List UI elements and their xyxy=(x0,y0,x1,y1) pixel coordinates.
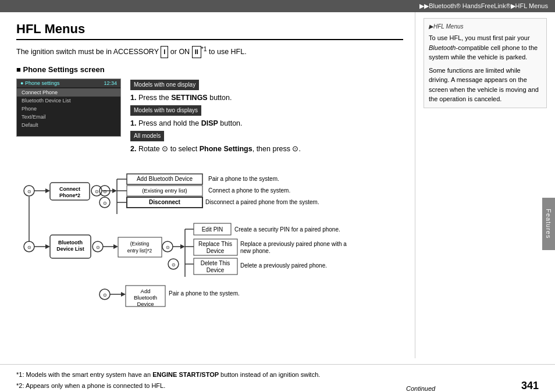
ps-time: 12:34 xyxy=(104,80,117,86)
add-bt2-desc: Pair a phone to the system. xyxy=(169,290,240,297)
step-1-one-display: 1. Press the SETTINGS button. xyxy=(130,92,403,104)
ps-menu-item-bt-list: Bluetooth Device List xyxy=(17,97,120,105)
add-bt2-label1: Add xyxy=(141,288,151,294)
existing2-label2: entry list)*2 xyxy=(127,248,152,254)
step-2-all-models: 2. Rotate ⊙ to select Phone Settings, th… xyxy=(130,143,403,155)
delete-label2: Device xyxy=(207,267,225,273)
header-breadcrumb: ▶▶Bluetooth® HandsFreeLink®▶HFL Menus xyxy=(0,0,555,12)
note-para-2: Some functions are limited while driving… xyxy=(429,66,542,104)
replace-desc2: new phone. xyxy=(240,248,271,254)
footnote-1: *1: Models with the smart entry system h… xyxy=(16,369,320,381)
main-content: HFL Menus The ignition switch must be in… xyxy=(0,12,555,358)
delete-desc: Delete a previously paired phone. xyxy=(240,262,327,269)
ps-title-bar: ● Phone settings 12:34 xyxy=(17,79,120,87)
arrowhead-bt2 xyxy=(113,244,118,249)
arrowhead-addbt2 xyxy=(121,292,126,297)
icon-label-del: ⊙ xyxy=(172,262,176,268)
page-title: HFL Menus xyxy=(16,22,403,40)
tag-all-models: All models xyxy=(130,131,164,141)
ps-menu: Connect Phone Bluetooth Device List Phon… xyxy=(17,87,120,130)
disconnect-label: Disconnect xyxy=(149,199,181,205)
existing1-label: (Existing entry list) xyxy=(142,187,187,194)
ps-menu-item-default: Default xyxy=(17,121,120,129)
phone-settings-screen: ● Phone settings 12:34 Connect Phone Blu… xyxy=(16,79,121,137)
icon-label-ex1: ⊙ xyxy=(103,189,107,194)
add-bt2-label3: Device xyxy=(137,301,154,307)
tag-two-displays: Models with two displays xyxy=(130,105,201,116)
note-box-title: ▶HFL Menus xyxy=(429,22,542,31)
diagram-area: ⊙ Connect Phone*2 ⊙ Add Bluetooth Device xyxy=(16,166,403,352)
ps-menu-item-connect: Connect Phone xyxy=(17,88,120,97)
ps-menu-item-phone: Phone xyxy=(17,105,120,113)
note-para-1: To use HFL, you must first pair your Blu… xyxy=(429,33,542,62)
page-number: 341 xyxy=(521,380,539,392)
existing2-label1: (Existing xyxy=(130,241,150,247)
icon-label-1: ⊙ xyxy=(27,189,31,194)
replace-desc1: Replace a previously paired phone with a xyxy=(240,241,347,247)
left-area: HFL Menus The ignition switch must be in… xyxy=(0,12,415,358)
diagram-svg: ⊙ Connect Phone*2 ⊙ Add Bluetooth Device xyxy=(16,166,342,341)
footer: *1: Models with the smart entry system h… xyxy=(0,364,555,392)
connect-phone-label: Connect xyxy=(59,186,80,192)
add-bt-label: Add Bluetooth Device xyxy=(137,176,193,182)
add-bt2-label2: Bluetooth xyxy=(134,294,157,301)
footer-notes: *1: Models with the smart entry system h… xyxy=(16,369,320,392)
continued-label: Continued xyxy=(406,385,435,392)
replace-label2: Device xyxy=(207,248,225,254)
replace-label1: Replace This xyxy=(198,241,232,247)
icon-label-bt: ⊙ xyxy=(27,245,31,250)
note-box: ▶HFL Menus To use HFL, you must first pa… xyxy=(424,18,547,108)
footer-center: Continued xyxy=(320,385,521,392)
bt-list-label2: Device List xyxy=(56,246,84,252)
ignition-ii: II xyxy=(192,46,201,58)
arrowhead-1 xyxy=(45,188,50,193)
add-bt-desc: Pair a phone to the system. xyxy=(208,176,279,182)
section-heading: Phone Settings screen xyxy=(16,65,403,74)
icon-label-addbt2: ⊙ xyxy=(103,293,107,298)
icon-label-ex2: ⊙ xyxy=(166,245,170,250)
right-sidebar: ▶HFL Menus To use HFL, you must first pa… xyxy=(415,12,555,358)
existing1-desc: Connect a phone to the system. xyxy=(208,187,290,194)
edit-pin-desc: Create a security PIN for a paired phone… xyxy=(234,226,340,233)
ignition-i: I xyxy=(161,46,168,58)
instructions-area: Models with one display 1. Press the SET… xyxy=(130,79,403,155)
features-tab: Features xyxy=(542,198,555,250)
connect-phone-label2: Phone*2 xyxy=(59,193,80,198)
delete-label1: Delete This xyxy=(201,260,230,266)
edit-pin-label: Edit PIN xyxy=(202,226,223,233)
tag-one-display: Models with one display xyxy=(130,80,199,90)
icon-label-bt2: ⊙ xyxy=(96,245,100,250)
disconnect-desc: Disconnect a paired phone from the syste… xyxy=(205,199,319,205)
ps-title: ● Phone settings xyxy=(20,80,59,86)
icon-label-2: ⊙ xyxy=(95,189,99,194)
icon-label-disc: ⊙ xyxy=(103,201,107,206)
arrowhead-2 xyxy=(112,188,117,193)
footnote-2: *2: Appears only when a phone is connect… xyxy=(16,380,320,392)
bt-list-label1: Bluetooth xyxy=(58,240,83,245)
arrowhead-ex2 xyxy=(180,244,185,249)
arrowhead-bt xyxy=(45,244,50,249)
step-1-two-displays: 1. Press and hold the DISP button. xyxy=(130,117,403,129)
ps-menu-item-text: Text/Email xyxy=(17,113,120,121)
intro-text: The ignition switch must be in ACCESSORY… xyxy=(16,45,403,58)
